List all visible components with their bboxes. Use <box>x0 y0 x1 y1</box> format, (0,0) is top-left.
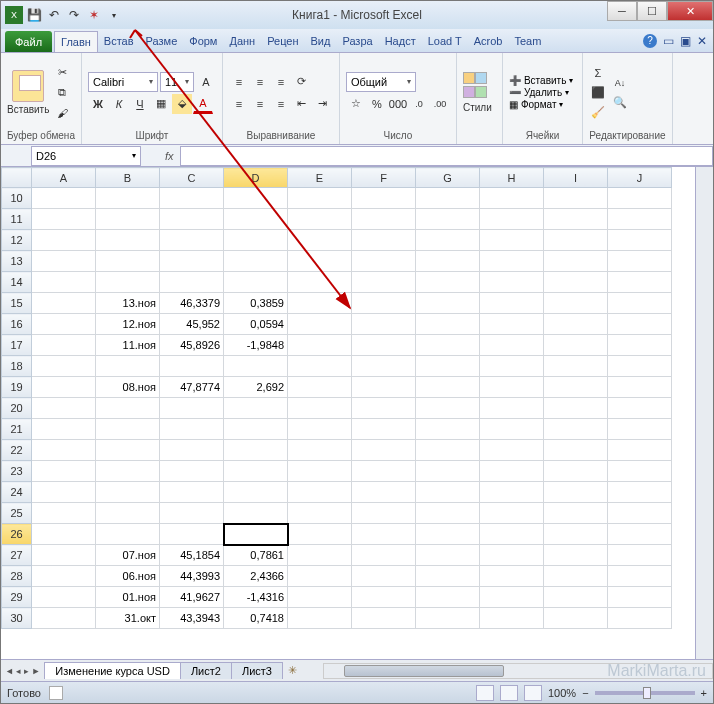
cell-A11[interactable] <box>32 209 96 230</box>
col-header-B[interactable]: B <box>96 168 160 188</box>
comma-icon[interactable]: 000 <box>388 94 408 114</box>
cell-F11[interactable] <box>352 209 416 230</box>
cell-E20[interactable] <box>288 398 352 419</box>
cell-G15[interactable] <box>416 293 480 314</box>
cell-A25[interactable] <box>32 503 96 524</box>
row-header-30[interactable]: 30 <box>2 608 32 629</box>
cell-C20[interactable] <box>160 398 224 419</box>
cell-B25[interactable] <box>96 503 160 524</box>
cell-B21[interactable] <box>96 419 160 440</box>
cell-J21[interactable] <box>608 419 672 440</box>
align-left-icon[interactable]: ≡ <box>229 94 249 114</box>
cell-I10[interactable] <box>544 188 608 209</box>
cell-C22[interactable] <box>160 440 224 461</box>
align-bot-icon[interactable]: ≡ <box>271 72 291 92</box>
row-header-14[interactable]: 14 <box>2 272 32 293</box>
cell-G18[interactable] <box>416 356 480 377</box>
cell-D28[interactable]: 2,4366 <box>224 566 288 587</box>
cell-A13[interactable] <box>32 251 96 272</box>
cell-G14[interactable] <box>416 272 480 293</box>
cell-J17[interactable] <box>608 335 672 356</box>
tab-home[interactable]: Главн <box>54 31 98 52</box>
underline-button[interactable]: Ч <box>130 94 150 114</box>
row-header-18[interactable]: 18 <box>2 356 32 377</box>
col-header-E[interactable]: E <box>288 168 352 188</box>
delete-cell-button[interactable]: ➖Удалить▾ <box>509 87 576 98</box>
cell-G28[interactable] <box>416 566 480 587</box>
cell-F14[interactable] <box>352 272 416 293</box>
cell-C29[interactable]: 41,9627 <box>160 587 224 608</box>
orientation-icon[interactable]: ⟳ <box>292 72 312 92</box>
cell-I27[interactable] <box>544 545 608 566</box>
cell-D14[interactable] <box>224 272 288 293</box>
cell-F26[interactable] <box>352 524 416 545</box>
cell-D15[interactable]: 0,3859 <box>224 293 288 314</box>
cell-H10[interactable] <box>480 188 544 209</box>
cell-C23[interactable] <box>160 461 224 482</box>
cell-B19[interactable]: 08.ноя <box>96 377 160 398</box>
cell-H22[interactable] <box>480 440 544 461</box>
inc-decimal-icon[interactable]: .0 <box>409 94 429 114</box>
cell-I12[interactable] <box>544 230 608 251</box>
cut-icon[interactable]: ✂ <box>53 64 71 82</box>
tab-loadtest[interactable]: Load T <box>422 29 468 52</box>
col-header-C[interactable]: C <box>160 168 224 188</box>
cell-D24[interactable] <box>224 482 288 503</box>
tab-team[interactable]: Team <box>509 29 548 52</box>
cell-H19[interactable] <box>480 377 544 398</box>
cell-G13[interactable] <box>416 251 480 272</box>
formula-input[interactable] <box>180 146 713 166</box>
cell-J18[interactable] <box>608 356 672 377</box>
help-icon[interactable]: ? <box>643 34 657 48</box>
cell-F18[interactable] <box>352 356 416 377</box>
cell-H30[interactable] <box>480 608 544 629</box>
cell-G30[interactable] <box>416 608 480 629</box>
border-icon[interactable]: ▦ <box>151 94 171 114</box>
cell-E21[interactable] <box>288 419 352 440</box>
cell-A30[interactable] <box>32 608 96 629</box>
cell-A17[interactable] <box>32 335 96 356</box>
cell-A27[interactable] <box>32 545 96 566</box>
minimize-button[interactable]: ─ <box>607 1 637 21</box>
cell-A10[interactable] <box>32 188 96 209</box>
cell-B30[interactable]: 31.окт <box>96 608 160 629</box>
cell-F27[interactable] <box>352 545 416 566</box>
cell-C12[interactable] <box>160 230 224 251</box>
cell-I21[interactable] <box>544 419 608 440</box>
row-header-27[interactable]: 27 <box>2 545 32 566</box>
cell-I25[interactable] <box>544 503 608 524</box>
cell-H15[interactable] <box>480 293 544 314</box>
cell-I23[interactable] <box>544 461 608 482</box>
ribbon-minimize-icon[interactable]: ▭ <box>663 34 674 48</box>
cell-A24[interactable] <box>32 482 96 503</box>
cell-F10[interactable] <box>352 188 416 209</box>
cell-E30[interactable] <box>288 608 352 629</box>
cell-G24[interactable] <box>416 482 480 503</box>
fill-icon[interactable]: ⬛ <box>589 84 607 102</box>
cell-I16[interactable] <box>544 314 608 335</box>
cell-F17[interactable] <box>352 335 416 356</box>
cell-D18[interactable] <box>224 356 288 377</box>
cell-C28[interactable]: 44,3993 <box>160 566 224 587</box>
cell-J28[interactable] <box>608 566 672 587</box>
row-header-12[interactable]: 12 <box>2 230 32 251</box>
format-cell-button[interactable]: ▦Формат▾ <box>509 99 576 110</box>
cell-H20[interactable] <box>480 398 544 419</box>
tab-layout[interactable]: Разме <box>140 29 184 52</box>
align-right-icon[interactable]: ≡ <box>271 94 291 114</box>
cell-D30[interactable]: 0,7418 <box>224 608 288 629</box>
cell-C18[interactable] <box>160 356 224 377</box>
cell-J22[interactable] <box>608 440 672 461</box>
cell-B12[interactable] <box>96 230 160 251</box>
dec-decimal-icon[interactable]: .00 <box>430 94 450 114</box>
cell-F30[interactable] <box>352 608 416 629</box>
cell-J27[interactable] <box>608 545 672 566</box>
cell-I15[interactable] <box>544 293 608 314</box>
cell-F21[interactable] <box>352 419 416 440</box>
cell-B17[interactable]: 11.ноя <box>96 335 160 356</box>
col-header-H[interactable]: H <box>480 168 544 188</box>
cell-C24[interactable] <box>160 482 224 503</box>
cell-G16[interactable] <box>416 314 480 335</box>
cell-F22[interactable] <box>352 440 416 461</box>
cell-A28[interactable] <box>32 566 96 587</box>
